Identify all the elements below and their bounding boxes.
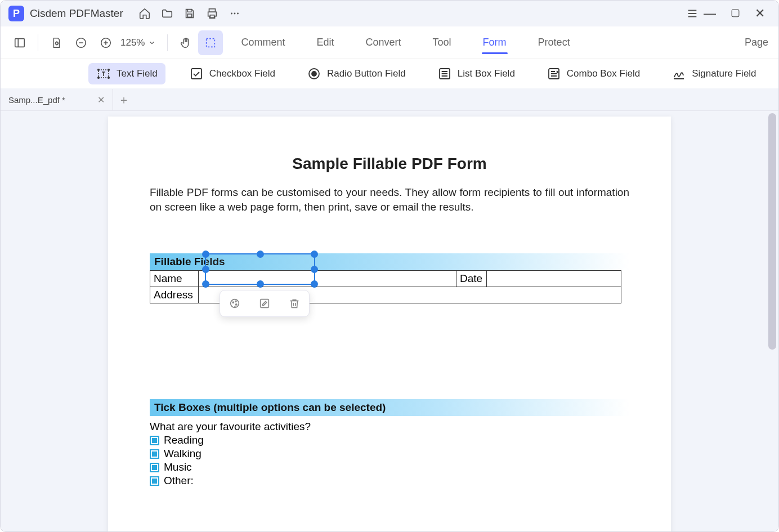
resize-handle[interactable] [311,280,318,288]
svg-point-3 [231,13,232,15]
svg-point-5 [237,13,239,15]
checkbox-icon[interactable] [150,449,159,459]
document-title: Sample Fillable PDF Form [150,155,629,173]
checkbox-icon [189,66,204,81]
close-window-button[interactable]: ✕ [755,7,765,20]
style-icon[interactable] [229,297,241,310]
name-label: Name [150,271,199,287]
form-tool-label: Text Field [117,68,158,79]
app-title: Cisdem PDFMaster [30,7,123,20]
zoom-value: 125% [120,37,145,48]
close-tab-icon[interactable]: ✕ [97,95,105,105]
svg-point-27 [236,304,237,305]
document-canvas[interactable]: Sample Fillable PDF Form Fillable PDF fo… [1,111,778,532]
form-tool-checkbox[interactable]: Checkbox Field [181,63,283,84]
svg-point-13 [108,69,110,71]
edit-icon[interactable] [258,297,271,310]
zoom-out-icon[interactable] [69,30,93,55]
svg-rect-6 [15,38,25,47]
tick-option[interactable]: Music [150,461,629,473]
document-tab[interactable]: Samp...E_pdf * ✕ [1,89,113,110]
address-label: Address [150,287,199,303]
tab-edit[interactable]: Edit [316,33,335,52]
home-icon[interactable] [133,2,156,25]
form-tool-label: Checkbox Field [209,68,275,79]
resize-handle[interactable] [257,251,264,258]
date-label: Date [456,271,487,287]
form-tool-label: Radio Button Field [327,68,406,79]
print-icon[interactable] [201,2,223,25]
app-logo: P [8,6,24,21]
document-intro: Fillable PDF forms can be customised to … [150,185,629,214]
section-tick-boxes: Tick Boxes (multiple options can be sele… [150,399,629,416]
minimize-button[interactable]: — [704,7,716,20]
delete-icon[interactable] [288,297,301,310]
signature-icon [671,66,686,81]
pdf-page[interactable]: Sample Fillable PDF Form Fillable PDF fo… [108,117,671,532]
more-icon[interactable] [223,2,246,25]
date-input-cell[interactable] [487,271,621,287]
scrollbar-thumb[interactable] [768,113,776,350]
tick-option[interactable]: Other: [150,475,629,487]
hamburger-menu-icon[interactable] [681,2,704,25]
field-context-menu [220,290,310,317]
resize-handle[interactable] [311,251,318,258]
svg-rect-16 [191,69,202,79]
svg-point-4 [234,13,235,15]
page-settings-icon[interactable] [44,30,69,55]
tab-convert[interactable]: Convert [365,33,402,52]
svg-rect-2 [210,15,214,18]
open-folder-icon[interactable] [156,2,178,25]
tick-option[interactable]: Walking [150,448,629,460]
form-tool-combobox[interactable]: Combo Box Field [539,63,648,84]
maximize-button[interactable]: ▢ [731,7,740,20]
resize-handle[interactable] [202,266,209,273]
svg-point-14 [98,77,100,79]
listbox-icon [437,66,452,81]
form-tool-label: Combo Box Field [567,68,640,79]
form-tool-label: List Box Field [458,68,515,79]
form-tool-text-field[interactable]: Text Field [88,63,165,84]
resize-handle[interactable] [257,280,264,288]
tab-form[interactable]: Form [482,33,508,52]
svg-rect-10 [207,38,215,47]
chevron-down-icon [148,39,156,47]
tab-tool[interactable]: Tool [432,33,453,52]
svg-point-25 [232,302,234,303]
resize-handle[interactable] [202,280,209,288]
checkbox-icon[interactable] [150,476,159,486]
select-area-tool-icon[interactable] [198,30,223,55]
new-tab-button[interactable]: ＋ [113,89,135,110]
vertical-scrollbar[interactable] [768,113,776,530]
form-tool-signature[interactable]: Signature Field [664,63,764,84]
zoom-in-icon[interactable] [93,30,118,55]
svg-point-7 [56,42,58,44]
resize-handle[interactable] [202,251,209,258]
tick-option[interactable]: Reading [150,434,629,446]
form-tool-label: Signature Field [692,68,756,79]
form-tool-radio[interactable]: Radio Button Field [299,63,414,84]
hand-tool-icon[interactable] [173,30,198,55]
tab-protect[interactable]: Protect [537,33,571,52]
form-tool-listbox[interactable]: List Box Field [429,63,523,84]
tab-page[interactable]: Page [745,37,768,48]
svg-rect-0 [187,14,191,17]
svg-point-26 [235,301,236,302]
svg-point-12 [98,69,100,71]
combobox-icon [547,66,561,81]
resize-handle[interactable] [311,266,318,273]
tick-question: What are your favourite activities? [150,421,629,433]
svg-point-15 [108,77,110,79]
document-tab-label: Samp...E_pdf * [8,95,65,105]
selected-text-field[interactable] [205,253,315,285]
checkbox-icon[interactable] [150,436,159,445]
svg-point-18 [312,71,316,76]
tab-comment[interactable]: Comment [240,33,286,52]
text-field-icon [96,66,111,81]
checkbox-icon[interactable] [150,463,159,472]
toggle-panel-icon[interactable] [7,30,32,55]
radio-icon [307,66,321,81]
save-icon[interactable] [178,2,201,25]
svg-rect-1 [209,9,215,12]
zoom-dropdown[interactable]: 125% [120,37,156,48]
